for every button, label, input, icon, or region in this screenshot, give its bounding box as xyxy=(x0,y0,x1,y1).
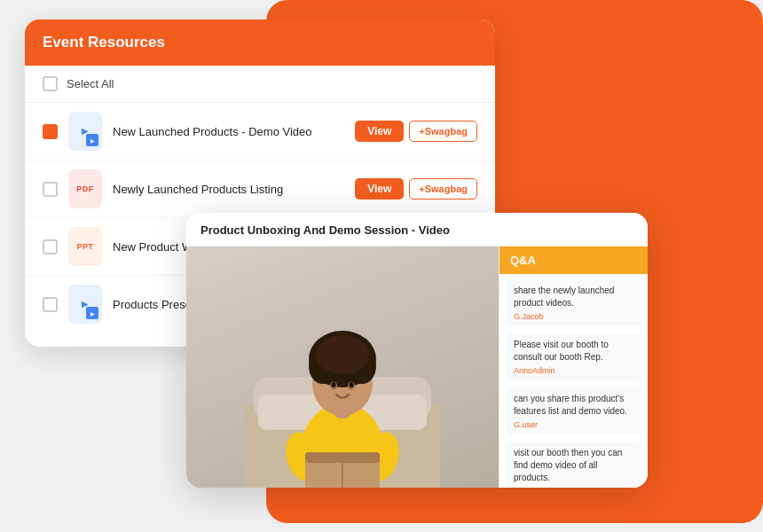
file-icon-ppt: PPT xyxy=(68,227,102,266)
svg-point-15 xyxy=(316,335,369,374)
btn-row-1: View +Swagbag xyxy=(355,121,477,142)
file-icon-pdf: PDF xyxy=(68,169,102,208)
btn-row-2: View +Swagbag xyxy=(355,178,477,200)
qa-message-item: share the newly launched product videos.… xyxy=(507,279,641,326)
video-card-body: Q&A share the newly launched product vid… xyxy=(186,246,648,488)
svg-point-19 xyxy=(350,382,354,387)
qa-message-text: share the newly launched product videos. xyxy=(514,285,633,309)
qa-message-user: AnnoAdmin xyxy=(514,366,633,375)
svg-point-18 xyxy=(332,382,336,387)
resource-checkbox-3[interactable] xyxy=(43,239,58,254)
resource-checkbox-4[interactable] xyxy=(43,297,58,312)
person-illustration xyxy=(245,262,440,488)
qa-messages[interactable]: share the newly launched product videos.… xyxy=(499,274,648,488)
qa-message-item: can you share this product's features li… xyxy=(507,387,641,434)
video-background xyxy=(186,246,499,488)
qa-message-text: visit our booth then you can find demo v… xyxy=(514,447,633,484)
file-type-label-2: PDF xyxy=(76,184,94,193)
play-badge-4 xyxy=(86,307,98,319)
resource-checkbox-1[interactable] xyxy=(43,124,58,139)
file-type-label-3: PPT xyxy=(76,242,93,251)
select-all-label: Select All xyxy=(67,77,114,90)
card-title: Event Resources xyxy=(43,34,165,51)
swagbag-button-1[interactable]: +Swagbag xyxy=(409,121,477,142)
resource-row: ▶ New Launched Products - Demo Video Vie… xyxy=(25,103,495,160)
video-card: Product Unboxing And Demo Session - Vide… xyxy=(186,213,648,488)
view-button-1[interactable]: View xyxy=(355,121,404,142)
qa-message-user: G.user xyxy=(514,420,633,429)
resource-name-2: Newly Launched Products Listing xyxy=(113,183,344,196)
card-header: Event Resources xyxy=(25,20,495,66)
resource-row-2: PDF Newly Launched Products Listing View… xyxy=(25,160,495,218)
play-badge-1 xyxy=(86,134,98,146)
resource-name-1: New Launched Products - Demo Video xyxy=(113,125,344,138)
resource-checkbox-2[interactable] xyxy=(43,182,58,197)
qa-header: Q&A xyxy=(499,246,648,274)
file-icon-video-1: ▶ xyxy=(68,112,102,151)
file-icon-video-4: ▶ xyxy=(68,285,102,324)
swagbag-button-2[interactable]: +Swagbag xyxy=(409,178,477,200)
qa-message-user: AnnoAdmin xyxy=(514,487,633,488)
qa-message-text: Please visit our booth to consult our bo… xyxy=(514,339,633,364)
video-area[interactable] xyxy=(186,246,499,488)
select-all-checkbox[interactable] xyxy=(43,76,58,91)
qa-message-text: can you share this product's features li… xyxy=(514,393,633,418)
qa-message-item: visit our booth then you can find demo v… xyxy=(507,442,641,488)
view-button-2[interactable]: View xyxy=(355,178,404,200)
qa-panel: Q&A share the newly launched product vid… xyxy=(499,246,648,488)
select-all-row[interactable]: Select All xyxy=(25,66,495,103)
qa-message-item: Please visit our booth to consult our bo… xyxy=(507,333,641,380)
qa-message-user: G.Jacob xyxy=(514,312,633,321)
video-card-title: Product Unboxing And Demo Session - Vide… xyxy=(186,213,648,246)
